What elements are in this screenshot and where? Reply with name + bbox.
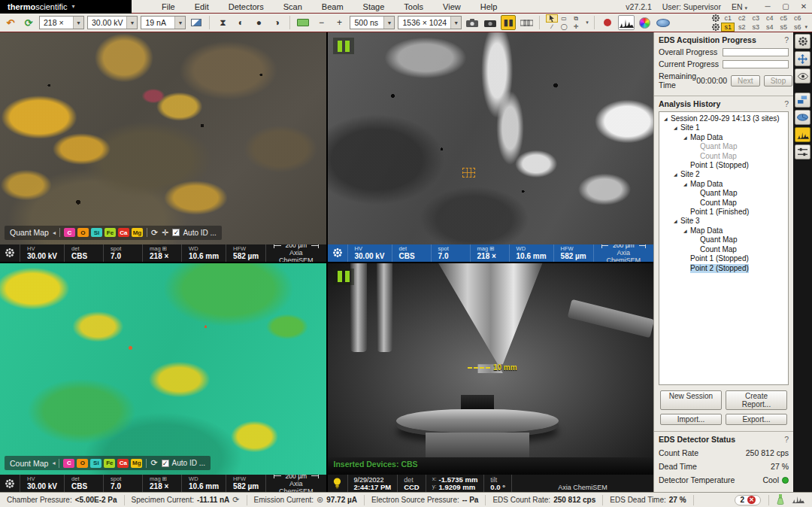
channel-c2[interactable]: c2 [735,14,749,23]
next-button[interactable]: Next [731,75,760,87]
tree-expander-icon[interactable]: ◢ [674,217,680,226]
quant-map-image[interactable]: Quant Map ◂ COSiFeCaMg ⟳ ✛ ✓ Auto ID ... [0,32,326,244]
channel-s5[interactable]: s5 [777,23,790,32]
refresh-icon[interactable]: ⟳ [232,495,239,505]
export-button[interactable]: Export... [726,414,787,425]
help-icon[interactable]: ? [784,35,789,44]
rectangle-select-button[interactable]: ▭ [558,14,570,23]
channel-c6[interactable]: c6 [791,14,804,23]
channel-c5[interactable]: c5 [777,14,790,23]
tree-item[interactable]: ◢Site 1 [661,123,786,132]
workflow-steps-button[interactable] [795,93,810,108]
dwell-decrease-button[interactable]: − [314,15,329,30]
refresh-icon[interactable]: ⟳ [150,458,157,468]
tree-item[interactable]: Point 1 (Stopped) [661,254,786,263]
minimize-button[interactable]: ─ [762,2,773,11]
photo-button[interactable] [483,15,498,30]
point-analysis-marker[interactable] [462,168,475,178]
count-map-image[interactable]: Count Map ◂ COSiFeCaMg ⟳ ✓ Auto ID ... [0,263,326,475]
eds-spectrum-button[interactable] [618,15,635,30]
lasso-select-button[interactable]: ◯ [558,23,570,31]
channel-c4[interactable]: c4 [763,14,777,23]
undo-button[interactable]: ↶ [3,15,18,30]
stop-button[interactable]: Stop [764,75,793,87]
tree-item[interactable]: ◢Map Data [661,226,786,235]
menu-beam[interactable]: Beam [313,2,353,12]
channel-s3[interactable]: s3 [749,23,762,32]
reduced-area-button[interactable] [295,15,311,30]
tree-item[interactable]: Point 1 (Stopped) [661,161,786,170]
tree-item[interactable]: Count Map [661,152,786,161]
tree-expander-icon[interactable]: ◢ [683,133,690,142]
chamber-camera-image[interactable]: 10 mm Inserted Devices: CBS [328,263,654,475]
create-report-button[interactable]: Create Report... [726,390,787,410]
menu-help[interactable]: Help [471,2,507,12]
chevron-down-icon[interactable]: ▾ [804,24,807,30]
snapshot-button[interactable] [465,15,480,30]
quad-chamber-camera[interactable]: 10 mm Inserted Devices: CBS 9/29/20222:4… [328,263,654,493]
dwell-increase-button[interactable]: + [332,15,347,30]
menu-view[interactable]: View [434,2,470,12]
tree-item[interactable]: Count Map [661,245,786,254]
channel-c1[interactable]: c1 [721,14,735,23]
stage-move-button[interactable] [795,51,810,66]
tree-item[interactable]: Count Map [661,199,786,208]
collapse-left-icon[interactable]: ◂ [52,460,55,466]
thermo-scientific-logo[interactable]: thermoscientific ▾ [0,0,132,14]
visibility-button[interactable] [795,68,810,83]
stage-navigation-button[interactable]: ⟳ [21,15,36,30]
import-button[interactable]: Import... [660,414,722,425]
tree-expander-icon[interactable]: ◢ [674,123,680,132]
electron-image[interactable] [328,32,654,244]
channel-s6[interactable]: s6 [791,23,804,32]
magnification-dropdown[interactable]: 218 ×▼ [39,16,84,29]
tree-item[interactable]: Quant Map [661,142,786,151]
bulb-icon[interactable] [328,475,347,492]
auto-id-checkbox[interactable]: ✓ Auto ID ... [162,459,205,467]
image-annotation-button[interactable]: ⧉ [570,14,582,23]
element-chip-c[interactable]: C [63,459,74,468]
navigation-montage-button[interactable] [795,110,810,125]
element-chip-fe[interactable]: Fe [105,228,116,237]
contrast-button[interactable]: ◐ [233,15,248,30]
high-voltage-dropdown[interactable]: 30.00 kV▼ [87,16,138,29]
pan-icon[interactable]: ✛ [162,228,168,238]
resolution-dropdown[interactable]: 1536 × 1024▼ [398,16,462,29]
menu-edit[interactable]: Edit [186,2,218,12]
line-measure-button[interactable]: ∕ [546,23,558,31]
tree-item[interactable]: ◢Map Data [661,180,786,189]
frame-integration-button[interactable] [519,15,534,30]
error-counter[interactable]: 2 ✕ [735,495,761,505]
chemisem-color-button[interactable] [638,15,653,30]
tree-expander-icon[interactable]: ◢ [683,226,690,235]
preferences-button[interactable] [795,34,810,49]
pause-scan-button[interactable]: ▮▮ [501,15,516,30]
scan-preset-button[interactable]: ⧗ [215,15,230,30]
chevron-down-icon[interactable]: ▾ [586,20,589,26]
tree-item[interactable]: ◢Session 22-09-29 14:13 (3 sites) [661,114,786,123]
close-button[interactable]: ✕ [798,2,809,11]
eds-panel-button[interactable] [795,127,810,142]
language-selector[interactable]: EN ▾ [732,2,747,11]
beam-current-dropdown[interactable]: 19 nA▼ [141,16,186,29]
menu-file[interactable]: File [153,2,184,12]
element-chip-ca[interactable]: Ca [117,459,129,468]
element-chip-si[interactable]: Si [91,228,102,237]
menu-detectors[interactable]: Detectors [220,2,273,12]
element-chip-si[interactable]: Si [90,459,102,468]
element-chip-o[interactable]: O [77,228,89,237]
quad-electron-image[interactable]: HV30.00 kV detCBS spot7.0 mag ⊞218 × WD1… [328,32,654,262]
settings-sliders-button[interactable] [795,144,810,159]
tree-item[interactable]: ◢Site 2 [661,170,786,179]
element-chip-o[interactable]: O [77,459,88,468]
dwell-time-dropdown[interactable]: 500 ns▼ [350,16,395,29]
quad-quant-map[interactable]: Quant Map ◂ COSiFeCaMg ⟳ ✛ ✓ Auto ID ... [0,32,326,262]
beam-blank-button[interactable] [189,15,204,30]
pointer-tool-button[interactable] [546,14,558,23]
tree-expander-icon[interactable]: ◢ [664,114,671,123]
channel-c3[interactable]: c3 [749,14,762,23]
channel-s4[interactable]: s4 [763,23,777,32]
tree-item[interactable]: ◢Map Data [661,133,786,142]
element-chip-fe[interactable]: Fe [104,459,115,468]
tree-item[interactable]: Quant Map [661,235,786,244]
